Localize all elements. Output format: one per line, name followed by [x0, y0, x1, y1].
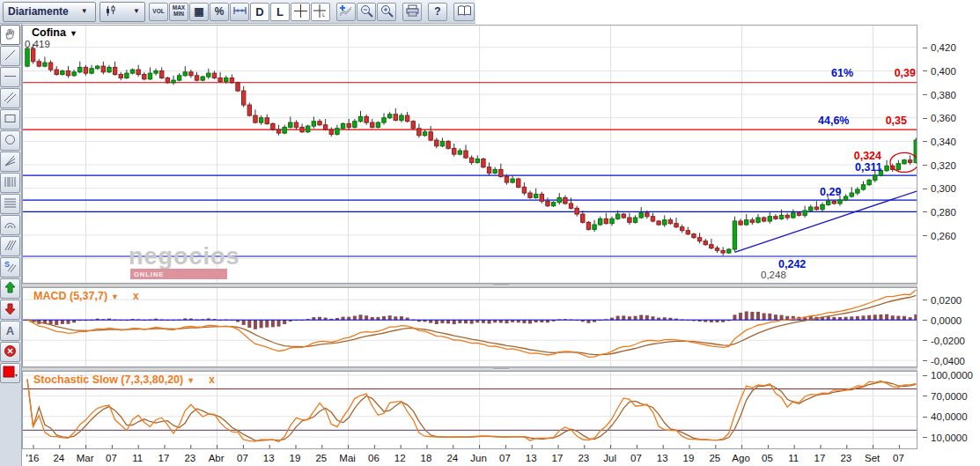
- time-axis-label: 11: [788, 453, 799, 463]
- percent-scale-button[interactable]: %: [210, 3, 229, 21]
- axis-tick-label: 0,380: [923, 89, 956, 100]
- time-axis-label: 07: [499, 453, 511, 463]
- macd-title[interactable]: MACD (5,37,7)▼: [33, 290, 119, 302]
- chevron-down-icon: ▼: [70, 29, 77, 38]
- time-axis-label: Abr: [209, 453, 225, 463]
- pan-hand-tool[interactable]: [0, 25, 20, 45]
- toolbar: Diariamente ▼ ▼ VOL MAXMIN ▦ % D L L: [0, 0, 475, 24]
- time-axis-label: 12: [394, 453, 406, 463]
- gann-fan-tool[interactable]: [0, 152, 20, 172]
- splitter-grip-icon[interactable]: [493, 368, 509, 370]
- chevron-down-icon: ▼: [133, 8, 140, 15]
- fibonacci-timezones-tool[interactable]: [0, 173, 20, 193]
- add-indicator-button[interactable]: [336, 3, 356, 21]
- crosshair-button[interactable]: [291, 3, 310, 21]
- color-swatch[interactable]: [0, 363, 20, 383]
- candlestick-icon: [105, 5, 116, 18]
- chart-type-dropdown[interactable]: ▼: [99, 2, 145, 22]
- time-axis-label: 13: [526, 453, 537, 463]
- time-axis-label: 13: [263, 453, 275, 463]
- crosshair-label-button[interactable]: L: [311, 3, 330, 21]
- delete-drawing-tool[interactable]: [0, 342, 20, 362]
- chevron-down-icon: ▼: [187, 376, 195, 385]
- arrow-down-icon: [4, 302, 17, 317]
- horizontal-line-icon: [4, 70, 17, 85]
- maxmin-button[interactable]: MAXMIN: [169, 3, 188, 21]
- rectangle-icon: [4, 112, 17, 127]
- line-mode-button[interactable]: L: [270, 3, 290, 21]
- horizontal-lines-icon: [4, 196, 17, 211]
- watermark-subtitle: ONLINE: [130, 269, 227, 279]
- ellipse-tool[interactable]: [0, 130, 20, 151]
- help-button[interactable]: ?: [428, 3, 447, 21]
- stochastic-title[interactable]: Stochastic Slow (7,3,3,80,20)▼: [33, 374, 195, 386]
- axis-tick-label: 10,0000: [923, 432, 968, 443]
- time-axis-label: Set: [865, 453, 880, 463]
- zoom-out-icon: [360, 4, 373, 19]
- last-price-readout: 0,419: [25, 39, 50, 49]
- time-axis-label: Mar: [77, 453, 94, 463]
- horizontal-line-tool[interactable]: [0, 67, 20, 87]
- rectangle-tool[interactable]: [0, 109, 20, 129]
- zoom-in-icon: [380, 4, 394, 19]
- print-icon: [406, 4, 419, 18]
- time-axis-label: 13: [657, 453, 668, 463]
- time-axis-label: 24: [446, 453, 458, 463]
- symbol-title[interactable]: Cofina▼: [32, 26, 77, 39]
- axis-tick-label: 0,300: [923, 183, 956, 195]
- trendline-tool[interactable]: [0, 46, 20, 66]
- daily-mode-button[interactable]: D: [250, 3, 269, 21]
- price-plot[interactable]: negocios ONLINE Cofina▼ 0,419 61% 0,39 4…: [22, 25, 917, 284]
- axis-tick-label: 0,400: [923, 65, 956, 77]
- minmax-line-button[interactable]: [230, 3, 249, 21]
- speed-lines-tool[interactable]: [0, 236, 20, 256]
- time-axis-label: 05: [762, 453, 773, 463]
- chevron-down-icon: ▼: [111, 292, 119, 301]
- stochastic-plot[interactable]: Stochastic Slow (7,3,3,80,20)▼ x: [22, 371, 917, 449]
- fib-level-44-label: 44,6% 0,35: [818, 115, 907, 127]
- time-axis-label: Jun: [470, 453, 487, 463]
- time-axis-label: 07: [893, 453, 904, 463]
- speed-lines-icon: [4, 239, 17, 254]
- fibonacci-retracement-tool[interactable]: [0, 194, 20, 214]
- interval-dropdown[interactable]: Diariamente ▼: [3, 2, 96, 22]
- support-311-label: 0,311: [855, 161, 882, 174]
- add-indicator-icon: [339, 4, 353, 18]
- fibonacci-arcs-tool[interactable]: [0, 215, 20, 235]
- time-axis-label: 07: [630, 453, 642, 463]
- zoom-in-button[interactable]: [377, 3, 396, 21]
- time-axis-label: 07: [237, 453, 248, 463]
- axis-tick-label: 0,280: [923, 206, 956, 218]
- arrow-up-icon: [4, 281, 17, 296]
- macd-plot[interactable]: MACD (5,37,7)▼ x: [22, 287, 917, 367]
- arrow-down-marker-tool[interactable]: [0, 300, 20, 320]
- time-axis-label: 17: [552, 453, 564, 463]
- time-axis-label: '16: [26, 453, 40, 463]
- stochastic-header: Stochastic Slow (7,3,3,80,20)▼ x: [33, 374, 215, 386]
- splitter-grip-icon[interactable]: [493, 285, 509, 286]
- text-tool[interactable]: A: [0, 321, 20, 341]
- svg-text:S: S: [4, 260, 10, 269]
- macd-close-button[interactable]: x: [133, 290, 139, 302]
- low-price-label: 0,248: [761, 270, 786, 280]
- axis-tick-label: 0,420: [923, 42, 956, 54]
- stochastic-close-button[interactable]: x: [209, 374, 215, 386]
- volume-button[interactable]: VOL: [149, 3, 168, 21]
- charting-application: Diariamente ▼ ▼ VOL MAXMIN ▦ % D L L: [0, 0, 980, 466]
- time-axis-label: 07: [106, 453, 117, 463]
- arrow-up-marker-tool[interactable]: [0, 278, 20, 299]
- grid-button[interactable]: ▦: [189, 3, 209, 21]
- print-button[interactable]: [402, 3, 422, 21]
- manual-button[interactable]: [453, 3, 475, 21]
- axis-tick-label: 0,0200: [923, 294, 962, 306]
- time-axis-label: 11: [132, 453, 143, 463]
- axis-tick-label: -0,0400: [923, 355, 965, 366]
- axis-tick-label: 0,360: [923, 113, 956, 124]
- hand-icon: [4, 27, 17, 42]
- s-indicator-tool[interactable]: S: [0, 257, 20, 277]
- time-axis-label: Ago: [732, 453, 749, 463]
- s-lines-icon: S: [4, 260, 18, 275]
- parallel-lines-tool[interactable]: [0, 88, 20, 108]
- zoom-out-button[interactable]: [357, 3, 376, 21]
- watermark: negocios: [129, 245, 240, 269]
